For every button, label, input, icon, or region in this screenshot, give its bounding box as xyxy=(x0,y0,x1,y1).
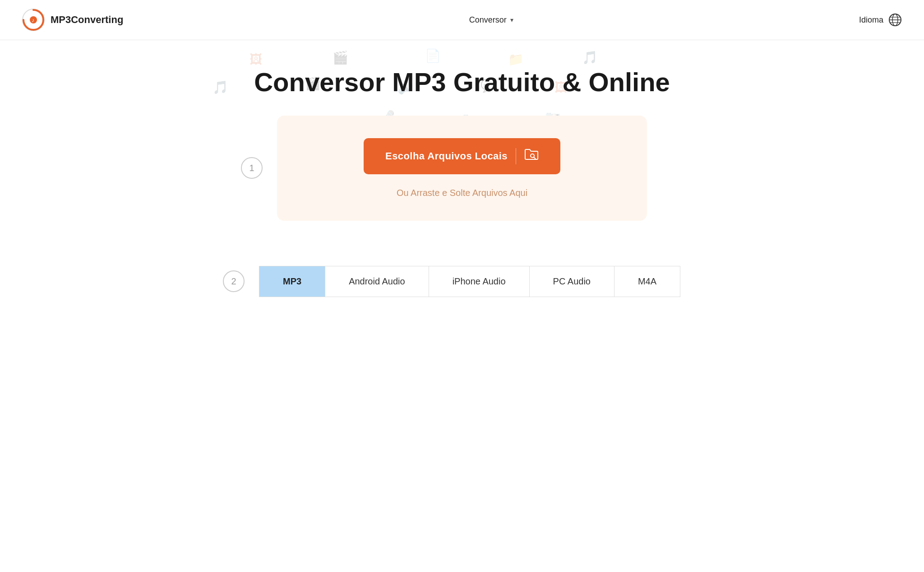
format-tabs: MP3 Android Audio iPhone Audio PC Audio … xyxy=(259,266,680,297)
bg-icon-3: 📄 xyxy=(425,48,441,63)
button-divider xyxy=(516,148,516,164)
hero-title: Conversor MP3 Gratuito & Online xyxy=(18,67,906,98)
lang-label: Idioma xyxy=(859,15,883,25)
tab-pc-audio[interactable]: PC Audio xyxy=(530,266,614,297)
format-section-inner: 2 MP3 Android Audio iPhone Audio PC Audi… xyxy=(232,266,692,297)
bg-icon-1: 🖼 xyxy=(249,52,262,67)
language-selector[interactable]: Idioma xyxy=(859,13,902,27)
drag-drop-text: Ou Arraste e Solte Arquivos Aqui xyxy=(397,188,527,198)
tab-mp3[interactable]: MP3 xyxy=(259,266,325,297)
upload-box: Escolha Arquivos Locais Ou Arraste e Sol… xyxy=(277,116,647,221)
nav-conversor[interactable]: Conversor ▾ xyxy=(469,15,513,25)
bg-icon-4: 📁 xyxy=(508,52,524,67)
svg-text:♪: ♪ xyxy=(32,17,34,23)
chevron-down-icon: ▾ xyxy=(510,16,513,23)
logo-icon: ♪ xyxy=(22,8,45,32)
bg-icon-2: 🎬 xyxy=(333,50,348,65)
choose-btn-label: Escolha Arquivos Locais xyxy=(385,150,508,162)
upload-section: 1 Escolha Arquivos Locais Ou Arraste e S… xyxy=(277,116,647,221)
main-nav: Conversor ▾ xyxy=(469,15,513,25)
format-section: 2 MP3 Android Audio iPhone Audio PC Audi… xyxy=(214,266,710,297)
choose-files-button[interactable]: Escolha Arquivos Locais xyxy=(364,138,560,174)
logo-text: MP3Converting xyxy=(51,14,123,26)
folder-search-icon xyxy=(524,148,539,164)
tab-m4a[interactable]: M4A xyxy=(614,266,680,297)
svg-line-9 xyxy=(534,157,536,159)
tab-iphone-audio[interactable]: iPhone Audio xyxy=(429,266,530,297)
hero-section: 🖼 🎬 📄 📁 🎵 🎵 🎬 🔊 💬 🖼 🎤 📷 📷 Conversor MP3 … xyxy=(0,40,924,239)
globe-icon xyxy=(888,13,902,27)
nav-conversor-label: Conversor xyxy=(469,15,507,25)
step-2-circle: 2 xyxy=(223,270,245,292)
logo-area: ♪ MP3Converting xyxy=(22,8,123,32)
step-1-circle: 1 xyxy=(241,157,263,179)
bg-icon-5: 🎵 xyxy=(582,50,598,65)
tab-android-audio[interactable]: Android Audio xyxy=(325,266,429,297)
